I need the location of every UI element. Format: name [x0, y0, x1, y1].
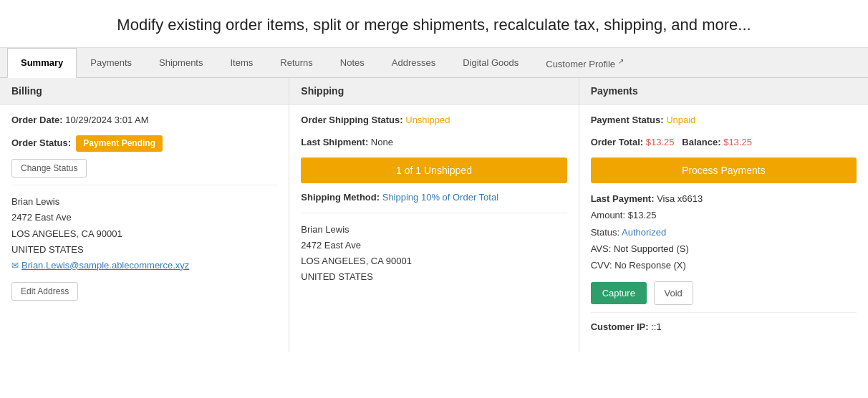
amount-value: $13.25	[628, 210, 657, 220]
last-shipment-row: Last Shipment: None	[301, 135, 566, 150]
shipping-name: Brian Lewis	[301, 222, 566, 238]
shipping-status-value: Unshipped	[405, 115, 450, 125]
amount-row: Amount: $13.25	[591, 207, 857, 223]
page-title: Modify existing order items, split or me…	[7, 16, 861, 34]
billing-name: Brian Lewis	[11, 194, 277, 210]
billing-country: UNITED STATES	[11, 242, 277, 258]
last-payment-value: Visa x6613	[657, 193, 703, 204]
shipping-address: Brian Lewis 2472 East Ave LOS ANGELES, C…	[301, 222, 566, 285]
order-status-label: Order Status:	[11, 137, 71, 148]
edit-address-row: Edit Address	[11, 282, 277, 301]
customer-ip-row: Customer IP: ::1	[591, 320, 857, 335]
order-status-badge: Payment Pending	[76, 135, 163, 152]
process-payments-button[interactable]: Process Payments	[591, 157, 857, 183]
billing-address: Brian Lewis 2472 East Ave LOS ANGELES, C…	[11, 194, 277, 273]
tab-items[interactable]: Items	[216, 48, 266, 78]
order-total-value: $13.25	[646, 137, 675, 147]
header-banner: Modify existing order items, split or me…	[0, 0, 868, 48]
cvv-row: CVV: No Response (X)	[591, 257, 857, 273]
shipping-method-label: Shipping Method:	[301, 192, 380, 203]
order-total-row: Order Total: $13.25 Balance: $13.25	[591, 135, 857, 150]
tab-bar: Summary Payments Shipments Items Returns…	[0, 48, 868, 78]
billing-email-row: ✉ Brian.Lewis@sample.ablecommerce.xyz	[11, 258, 277, 273]
shipping-country: UNITED STATES	[301, 269, 566, 285]
tab-summary[interactable]: Summary	[7, 48, 77, 78]
shipping-panel: Shipping Order Shipping Status: Unshippe…	[289, 78, 579, 351]
billing-address1: 2472 East Ave	[11, 210, 277, 225]
order-date-label: Order Date:	[11, 115, 63, 125]
tab-customer-profile[interactable]: Customer Profile ↗	[532, 48, 637, 78]
cvv-label: CVV:	[591, 260, 612, 271]
last-payment-row: Last Payment: Visa x6613	[591, 190, 857, 207]
external-link-icon: ↗	[618, 57, 624, 65]
billing-city-state-zip: LOS ANGELES, CA 90001	[11, 226, 277, 242]
billing-email[interactable]: Brian.Lewis@sample.ablecommerce.xyz	[21, 258, 189, 273]
customer-ip-label: Customer IP:	[591, 321, 649, 332]
avs-row: AVS: Not Supported (S)	[591, 241, 857, 257]
avs-label: AVS:	[591, 243, 612, 254]
avs-value: Not Supported (S)	[614, 243, 689, 254]
status-row: Status: Authorized	[591, 224, 857, 241]
customer-ip-value: ::1	[651, 321, 661, 332]
order-date-row: Order Date: 10/29/2024 3:01 AM	[11, 113, 277, 128]
shipping-address1: 2472 East Ave	[301, 238, 566, 253]
shipping-status-row: Order Shipping Status: Unshipped	[301, 113, 566, 128]
payment-detail: Last Payment: Visa x6613 Amount: $13.25 …	[591, 190, 857, 274]
payments-divider	[591, 312, 857, 313]
shipping-method-row: Shipping Method: Shipping 10% of Order T…	[301, 190, 566, 205]
amount-label: Amount:	[591, 210, 625, 220]
edit-address-button[interactable]: Edit Address	[11, 282, 78, 301]
last-shipment-label: Last Shipment:	[301, 137, 368, 147]
unshipped-button[interactable]: 1 of 1 Unshipped	[301, 157, 566, 183]
tab-addresses[interactable]: Addresses	[378, 48, 449, 78]
order-status-row: Order Status: Payment Pending	[11, 135, 277, 152]
tab-shipments[interactable]: Shipments	[145, 48, 216, 78]
tab-payments[interactable]: Payments	[77, 48, 145, 78]
change-status-row: Change Status	[11, 159, 277, 178]
payment-status-value: Unpaid	[666, 115, 695, 125]
capture-void-row: Capture Void	[591, 281, 857, 305]
tab-digital-goods[interactable]: Digital Goods	[449, 48, 532, 78]
last-shipment-value: None	[371, 137, 393, 147]
capture-button[interactable]: Capture	[591, 282, 647, 304]
shipping-panel-title: Shipping	[289, 78, 578, 105]
cvv-value: No Response (X)	[614, 260, 686, 271]
order-total-label: Order Total:	[591, 137, 643, 147]
balance-label: Balance:	[682, 137, 720, 147]
billing-divider	[11, 185, 277, 185]
payments-panel: Payments Payment Status: Unpaid Order To…	[579, 78, 868, 351]
email-icon: ✉	[11, 258, 19, 273]
shipping-method-value: Shipping 10% of Order Total	[382, 192, 498, 203]
order-date-value: 10/29/2024 3:01 AM	[65, 115, 148, 125]
billing-panel-title: Billing	[0, 78, 289, 105]
shipping-status-label: Order Shipping Status:	[301, 115, 402, 125]
payment-status-row: Payment Status: Unpaid	[591, 113, 857, 128]
payments-panel-title: Payments	[579, 78, 868, 105]
balance-value: $13.25	[723, 137, 752, 147]
main-content: Billing Order Date: 10/29/2024 3:01 AM O…	[0, 78, 868, 351]
change-status-button[interactable]: Change Status	[11, 159, 87, 178]
status-label: Status:	[591, 227, 619, 238]
tab-notes[interactable]: Notes	[327, 48, 378, 78]
last-payment-label: Last Payment:	[591, 193, 655, 204]
payment-status-label: Payment Status:	[591, 115, 664, 125]
status-value: Authorized	[622, 227, 666, 238]
shipping-city-state-zip: LOS ANGELES, CA 90001	[301, 253, 566, 269]
billing-panel: Billing Order Date: 10/29/2024 3:01 AM O…	[0, 78, 289, 351]
shipping-divider	[301, 213, 566, 213]
void-button[interactable]: Void	[654, 281, 693, 305]
tab-returns[interactable]: Returns	[266, 48, 327, 78]
